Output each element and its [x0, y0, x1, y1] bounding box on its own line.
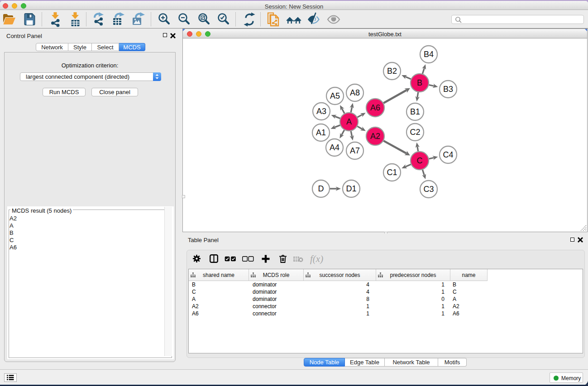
- svg-text:B3: B3: [443, 85, 453, 94]
- svg-text:A6: A6: [370, 103, 380, 112]
- svg-text:D1: D1: [346, 184, 356, 193]
- svg-text:C2: C2: [410, 128, 420, 137]
- svg-text:A8: A8: [350, 88, 360, 97]
- svg-text:C3: C3: [423, 185, 434, 194]
- svg-text:C1: C1: [387, 168, 397, 177]
- svg-text:D: D: [318, 184, 324, 193]
- svg-text:A4: A4: [330, 143, 339, 152]
- svg-text:A5: A5: [330, 91, 340, 100]
- svg-text:A: A: [346, 117, 352, 126]
- svg-text:B: B: [417, 78, 422, 87]
- svg-text:A1: A1: [316, 128, 326, 137]
- svg-text:A2: A2: [370, 132, 380, 141]
- svg-text:A7: A7: [350, 146, 360, 155]
- svg-text:C4: C4: [443, 150, 453, 159]
- svg-text:A3: A3: [316, 107, 326, 116]
- svg-text:C: C: [417, 156, 423, 165]
- svg-text:B1: B1: [410, 107, 420, 116]
- svg-text:B2: B2: [387, 67, 397, 76]
- svg-text:B4: B4: [424, 50, 434, 59]
